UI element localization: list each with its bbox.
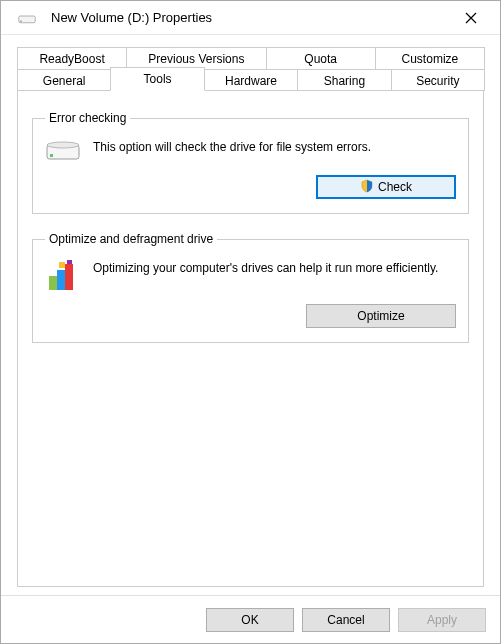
shield-icon [360,179,374,196]
svg-rect-9 [67,260,72,264]
tab-tools[interactable]: Tools [110,67,204,91]
tab-sharing[interactable]: Sharing [297,69,391,91]
tab-previous-versions[interactable]: Previous Versions [126,47,266,69]
drive-icon [9,11,45,25]
svg-point-4 [47,142,79,148]
window-title: New Volume (D:) Properties [51,10,450,25]
ok-label: OK [241,613,258,627]
svg-rect-8 [59,262,65,268]
defrag-icon [45,256,81,294]
optimize-legend: Optimize and defragment drive [45,232,217,246]
error-checking-description: This option will check the drive for fil… [93,135,456,155]
svg-rect-7 [65,264,73,290]
ok-button[interactable]: OK [206,608,294,632]
error-checking-group: Error checking This option will check th… [32,111,469,214]
drive-icon [45,135,81,165]
optimize-description: Optimizing your computer's drives can he… [93,256,456,276]
svg-rect-3 [50,154,53,157]
titlebar: New Volume (D:) Properties [1,1,500,35]
optimize-group: Optimize and defragment drive Optimizing… [32,232,469,343]
tab-general[interactable]: General [17,69,111,91]
apply-button[interactable]: Apply [398,608,486,632]
tab-customize[interactable]: Customize [375,47,485,69]
tab-quota[interactable]: Quota [266,47,376,69]
tab-security[interactable]: Security [391,69,485,91]
tab-readyboost[interactable]: ReadyBoost [17,47,127,69]
cancel-button[interactable]: Cancel [302,608,390,632]
tab-hardware[interactable]: Hardware [204,69,298,91]
cancel-label: Cancel [327,613,364,627]
apply-label: Apply [427,613,457,627]
tab-body-tools: Error checking This option will check th… [17,90,484,587]
close-button[interactable] [450,3,492,33]
svg-rect-5 [49,276,57,290]
optimize-button-label: Optimize [357,309,404,323]
optimize-button[interactable]: Optimize [306,304,456,328]
tabs: ReadyBoost Previous Versions Quota Custo… [17,47,484,91]
content-area: ReadyBoost Previous Versions Quota Custo… [1,35,500,595]
dialog-button-bar: OK Cancel Apply [1,595,500,643]
check-button[interactable]: Check [316,175,456,199]
check-button-label: Check [378,180,412,194]
svg-rect-1 [20,20,22,22]
properties-window: New Volume (D:) Properties ReadyBoost Pr… [0,0,501,644]
tab-row-1: ReadyBoost Previous Versions Quota Custo… [17,47,484,69]
error-checking-legend: Error checking [45,111,130,125]
svg-rect-6 [57,270,65,290]
tab-row-2: General Tools Hardware Sharing Security [17,69,484,91]
